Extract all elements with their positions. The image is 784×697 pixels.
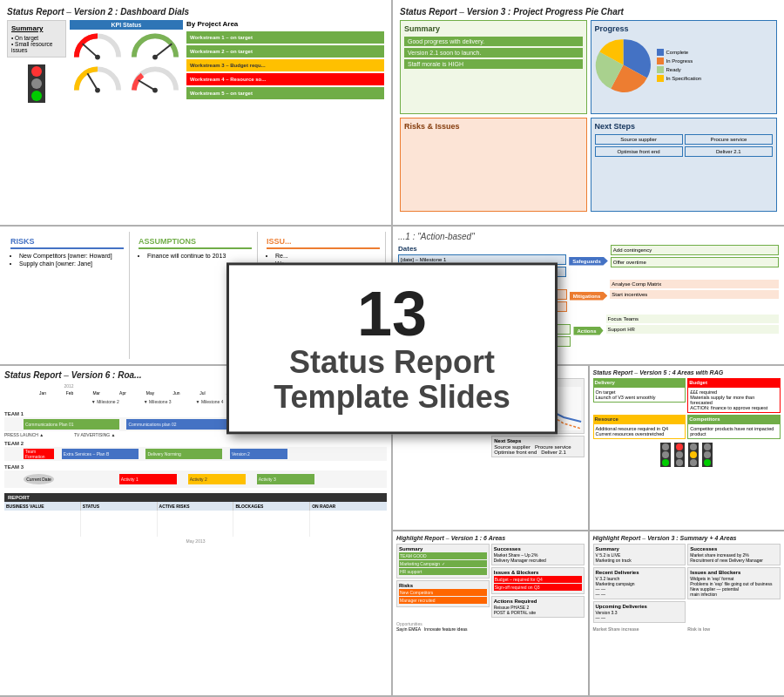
report-col3: ACTIVE RISKS bbox=[158, 502, 234, 511]
report-col4: BLOCKAGES bbox=[233, 502, 310, 511]
h3-issues: Issues and Blockers Widgets in 'esp' for… bbox=[687, 567, 781, 599]
traffic-light bbox=[28, 64, 45, 103]
dates-heading: Dates bbox=[398, 245, 566, 253]
pie-chart bbox=[595, 37, 652, 93]
overlay-banner: 13 Status Report Template Slides bbox=[226, 262, 558, 434]
h3-recent: Recent Deliveries V 3.2 launch Marketing… bbox=[593, 567, 686, 599]
action2: Support HR bbox=[606, 325, 780, 334]
h3-upcoming: Upcoming Deliveries Version 3.3 — — bbox=[593, 601, 686, 623]
team2-label: TEAM 2 bbox=[4, 441, 387, 446]
svg-line-0 bbox=[83, 44, 98, 57]
svg-line-6 bbox=[87, 73, 98, 90]
svg-point-7 bbox=[95, 88, 100, 93]
next-step-4: Deliver 2.1 bbox=[685, 146, 773, 157]
budget-label: Budget bbox=[687, 378, 781, 387]
next-step-1: Source supplier bbox=[595, 134, 683, 145]
gauge-people: PEOPLE bbox=[127, 64, 183, 96]
v3-summary-item3: Staff morale is HIGH bbox=[404, 59, 583, 69]
action1: Focus Teams bbox=[606, 315, 780, 323]
tl-budget bbox=[674, 443, 685, 467]
slide-v3: Status Report – Version 3 : Project Prog… bbox=[393, 0, 784, 225]
v5-title: Status Report – Version 5 : 4 Areas with… bbox=[593, 369, 781, 376]
v3-next-steps: Next Steps Source supplier Procure servi… bbox=[591, 118, 778, 212]
report-section: REPORT BUSINESS VALUE STATUS ACTIVE RISK… bbox=[4, 493, 387, 537]
ws5: Workstream 5 – on target bbox=[186, 87, 384, 99]
ws2: Workstream 2 – on target bbox=[186, 45, 384, 58]
overlay-line1: Status Report bbox=[255, 345, 529, 380]
actions-arrow: Actions bbox=[573, 327, 603, 335]
h1-risks: Risks New Competitors Manager recruited bbox=[396, 580, 490, 607]
slide-highlight3: Highlight Report – Version 3 : Summary +… bbox=[590, 531, 785, 695]
report-col2: STATUS bbox=[81, 502, 158, 511]
v3-risks: Risks & Issues bbox=[400, 118, 587, 212]
ws3: Workstream 3 – Budget requ... bbox=[186, 59, 384, 71]
slide-v3-title: Status Report – Version 3 : Project Prog… bbox=[400, 7, 777, 17]
h3-summary: Summary V 5.2 is LIVE Marketing on track bbox=[593, 544, 686, 565]
action-based-title: ...1 : "Action-based" bbox=[398, 232, 779, 241]
svg-text:SALES: SALES bbox=[88, 62, 108, 63]
v3-progress: Progress Complet bbox=[591, 20, 778, 114]
issues-heading: Issu... bbox=[267, 237, 380, 249]
svg-text:BUDGET: BUDGET bbox=[85, 95, 111, 96]
kpi-section: KPI Status SALES bbox=[70, 20, 183, 212]
ws4: Workstream 4 – Resource so... bbox=[186, 73, 384, 85]
tl-delivery bbox=[660, 443, 671, 467]
team2-bar: Team Formation Extra Services – Plan B D… bbox=[4, 447, 387, 461]
gauge-budget: BUDGET bbox=[70, 64, 125, 96]
svg-line-3 bbox=[155, 44, 172, 57]
team3-bar: Current Date Activity 1 Activity 2 Activ… bbox=[4, 470, 387, 488]
ws1: Workstream 1 – on target bbox=[186, 31, 384, 44]
safeguard1: Add contingency bbox=[611, 245, 779, 255]
svg-point-10 bbox=[152, 88, 158, 93]
team2-section: TEAM 2 Team Formation Extra Services – P… bbox=[4, 441, 387, 461]
v3-summary: Summary Good progress with delivery. Ver… bbox=[400, 20, 587, 114]
highlight1-title: Highlight Report – Version 1 : 6 Areas bbox=[396, 535, 585, 541]
report-col1: BUSINESS VALUE bbox=[4, 502, 81, 511]
team3-section: TEAM 3 Current Date Activity 1 Activity … bbox=[4, 464, 387, 488]
h1-actions: Actions Required Reissue PHASE 2 POST & … bbox=[491, 596, 585, 618]
resource-label: Resource bbox=[593, 415, 686, 423]
svg-line-9 bbox=[139, 80, 155, 91]
tl-competitors bbox=[702, 443, 713, 467]
tl-resource bbox=[688, 443, 699, 467]
svg-text:PEOPLE: PEOPLE bbox=[143, 95, 167, 96]
slide-highlight1: Highlight Report – Version 1 : 6 Areas S… bbox=[393, 531, 588, 695]
risks-heading: Risks bbox=[10, 237, 124, 249]
v3-summary-item1: Good progress with delivery. bbox=[404, 37, 583, 46]
next-step-3: Optimise front end bbox=[595, 146, 683, 157]
overlay-number: 13 bbox=[255, 282, 529, 345]
mitigation2: Start incentives bbox=[610, 290, 779, 299]
risks-col: Risks New Competitors [owner: Howard] Su… bbox=[5, 232, 130, 359]
slide-v2: Status Report – Version 2 : Dashboard Di… bbox=[0, 0, 391, 225]
mitigations-arrow: Mitigations bbox=[570, 292, 608, 301]
next-step-2: Procure service bbox=[685, 134, 773, 145]
v4-next: Next Steps Source supplier Procure servi… bbox=[491, 436, 584, 457]
team3-label: TEAM 3 bbox=[4, 464, 387, 470]
mitigation1: Analyse Comp Matrix bbox=[610, 280, 779, 288]
h1-summary: Summary TEAM GOOD Marketing Campaign ✓ H… bbox=[396, 544, 490, 579]
safeguards-arrow: Safeguards bbox=[569, 257, 608, 266]
slide-v2-title: Status Report – Version 2 : Dashboard Di… bbox=[7, 7, 384, 17]
h1-issues: Issues & Blockers Budget – required for … bbox=[491, 567, 585, 594]
report-col5: ON RADAR bbox=[310, 502, 387, 511]
overlay-line2: Template Slides bbox=[255, 380, 529, 415]
by-project-heading: By Project Area bbox=[186, 20, 384, 28]
project-area: By Project Area Workstream 1 – on target… bbox=[186, 20, 384, 212]
assumptions-heading: Assumptions bbox=[139, 237, 252, 249]
h3-successes: Successes Market share increased by 2% R… bbox=[687, 544, 781, 565]
svg-point-4 bbox=[152, 55, 158, 60]
h1-successes: Successes Market Share – Up 2% Delivery … bbox=[491, 544, 585, 565]
v3-summary-item2: Version 2.1 soon to launch. bbox=[404, 48, 583, 58]
delivery-label: Delivery bbox=[593, 378, 686, 387]
kpi-label: KPI Status bbox=[70, 20, 183, 30]
safeguard2: Offer overtime bbox=[611, 257, 779, 267]
gauge-sales: SALES bbox=[70, 31, 125, 63]
v2-summary: Summary • On target • Small resource iss… bbox=[7, 20, 66, 58]
highlight3-title: Highlight Report – Version 3 : Summary +… bbox=[593, 535, 781, 541]
svg-point-1 bbox=[95, 55, 100, 60]
gauge-market: % MARKET bbox=[127, 31, 183, 63]
competitors-label: Competitors bbox=[687, 415, 781, 423]
slide-v5: Status Report – Version 5 : 4 Areas with… bbox=[590, 366, 785, 530]
